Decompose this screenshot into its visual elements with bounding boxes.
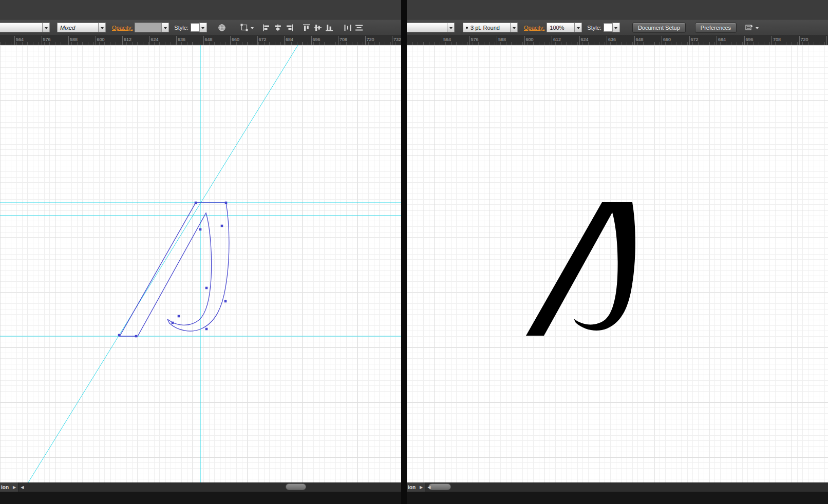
align-bottom-icon[interactable]	[324, 22, 335, 33]
ruler-tick-label: 588	[498, 37, 506, 42]
ruler-tick: 732	[392, 36, 392, 45]
style-swatch[interactable]	[604, 23, 612, 32]
ruler-tick-label: 612	[124, 37, 131, 42]
appearance-dropdown-button[interactable]	[98, 23, 106, 32]
window-bottom-strip	[0, 492, 401, 504]
ruler-tick-label: 612	[553, 37, 561, 42]
anchor-points[interactable]	[118, 202, 228, 338]
ruler-tick-label: 600	[97, 37, 105, 42]
ruler-tick-label: 660	[232, 37, 239, 42]
ruler-tick: 576	[42, 36, 42, 45]
opacity-dropdown-button[interactable]	[574, 23, 582, 32]
ruler-tick: 564	[442, 36, 442, 45]
ruler-tick: 732	[826, 36, 827, 45]
canvas-right-artboard[interactable]	[407, 45, 828, 482]
globe-icon[interactable]	[216, 22, 228, 33]
ruler-tick-label: 564	[16, 37, 24, 42]
ruler-tick-label: 624	[151, 37, 159, 42]
ruler-tick-label: 576	[471, 37, 479, 42]
edge-field-dropdown-button[interactable]	[447, 23, 455, 32]
ruler-tick-label: 672	[691, 37, 699, 42]
opacity-input[interactable]: 100%	[547, 23, 574, 32]
ruler-tick-label: 720	[801, 37, 808, 42]
control-bar-right: 3 pt. Round Opacity: 100% Style: Documen…	[407, 20, 828, 36]
ruler-tick: 588	[497, 36, 497, 45]
control-bar-left: Mixed Opacity: Style:	[0, 20, 401, 36]
distribute-vertical-icon[interactable]	[353, 22, 365, 33]
status-label: ion	[407, 484, 418, 490]
align-right-icon[interactable]	[284, 22, 295, 33]
distribute-horizontal-icon[interactable]	[342, 22, 353, 33]
style-dropdown-button[interactable]	[199, 23, 207, 32]
status-next-arrow[interactable]: ▶	[11, 485, 18, 490]
horizontal-scrollbar[interactable]: ◀	[425, 482, 828, 492]
ruler-tick: 660	[662, 36, 662, 45]
window-bottom-strip	[407, 492, 828, 504]
align-top-icon[interactable]	[301, 22, 312, 33]
brush-preview-dot	[466, 27, 468, 29]
opacity-input[interactable]	[135, 23, 161, 32]
ruler-tick: 624	[149, 36, 150, 45]
horizontal-scrollbar[interactable]: ◀	[18, 482, 401, 492]
ruler-tick: 588	[68, 36, 69, 45]
ruler-tick-label: 648	[636, 37, 644, 42]
scrollbar-thumb[interactable]	[286, 483, 306, 490]
ruler-tick-label: 708	[773, 37, 781, 42]
edge-field-dropdown-button[interactable]	[42, 23, 50, 32]
ruler-tick-label: 696	[313, 37, 321, 42]
brush-select[interactable]: 3 pt. Round	[463, 23, 510, 32]
application-bar	[0, 0, 401, 20]
canvas-left-artboard[interactable]	[0, 45, 401, 482]
panel-menu-icon[interactable]	[744, 22, 755, 33]
ruler-tick: 564	[14, 36, 15, 45]
style-label: Style:	[587, 25, 601, 31]
scroll-left-arrow[interactable]: ◀	[425, 485, 432, 490]
ruler-tick-label: 564	[443, 37, 451, 42]
scroll-left-arrow[interactable]: ◀	[18, 485, 26, 490]
align-left-icon[interactable]	[261, 22, 272, 33]
ruler-tick-label: 684	[718, 37, 726, 42]
brush-dropdown-button[interactable]	[510, 23, 518, 32]
document-window-outline: Mixed Opacity: Style:	[0, 0, 401, 504]
status-bar-right: ion ▶ ◀	[407, 482, 828, 492]
ruler-tick-label: 624	[581, 37, 589, 42]
ruler-tick: 648	[634, 36, 635, 45]
document-setup-button[interactable]: Document Setup	[632, 23, 686, 33]
glyph-outline-path[interactable]	[120, 203, 229, 336]
glyph-filled[interactable]	[526, 202, 635, 336]
ruler-tick: 720	[799, 36, 800, 45]
document-window-preview: 3 pt. Round Opacity: 100% Style: Documen…	[407, 0, 828, 504]
appearance-select[interactable]: Mixed	[57, 23, 98, 32]
window-divider	[401, 0, 407, 504]
ruler-tick: 708	[771, 36, 772, 45]
ruler-tick: 612	[552, 36, 552, 45]
horizontal-ruler[interactable]: 5645765886006126246366486606726846967087…	[407, 36, 828, 45]
preferences-button[interactable]: Preferences	[695, 23, 737, 33]
opacity-dropdown-button[interactable]	[161, 23, 169, 32]
panel-menu-dropdown-arrow[interactable]	[756, 27, 759, 31]
ruler-tick: 624	[579, 36, 580, 45]
guide-diagonal[interactable]	[28, 45, 298, 482]
ruler-tick: 636	[607, 36, 607, 45]
status-next-arrow[interactable]: ▶	[418, 485, 425, 490]
ruler-tick: 612	[122, 36, 123, 45]
ruler-tick-label: 684	[286, 37, 293, 42]
align-center-vertical-icon[interactable]	[312, 22, 324, 33]
align-center-horizontal-icon[interactable]	[272, 22, 284, 33]
transform-icon[interactable]	[239, 22, 250, 33]
style-swatch[interactable]	[191, 23, 199, 32]
edge-field[interactable]	[0, 23, 42, 32]
edge-field[interactable]	[407, 23, 447, 32]
application-bar	[407, 0, 828, 20]
ruler-tick-label: 708	[340, 37, 347, 42]
transform-dropdown-arrow[interactable]	[251, 27, 254, 31]
opacity-link[interactable]: Opacity:	[524, 25, 544, 31]
horizontal-ruler[interactable]: 5645765886006126246366486606726846967087…	[0, 36, 401, 45]
ruler-tick-label: 600	[526, 37, 534, 42]
opacity-link[interactable]: Opacity:	[112, 25, 133, 31]
ruler-tick-label: 636	[608, 37, 616, 42]
style-dropdown-button[interactable]	[612, 23, 620, 32]
brush-select-value: 3 pt. Round	[471, 25, 500, 31]
ruler-tick-label: 732	[393, 37, 401, 42]
ruler-tick: 660	[230, 36, 231, 45]
